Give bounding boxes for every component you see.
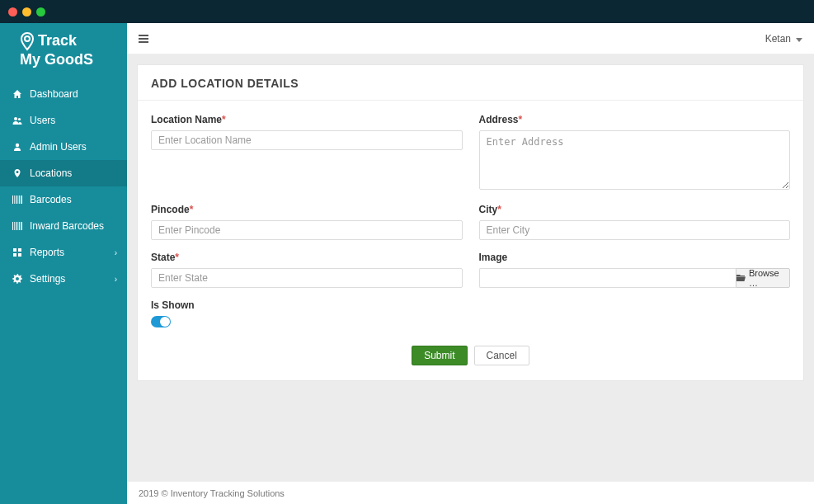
toggle-knob bbox=[160, 317, 170, 327]
label-is-shown: Is Shown bbox=[151, 299, 463, 311]
chevron-right-icon: › bbox=[115, 275, 117, 284]
svg-rect-20 bbox=[18, 253, 21, 257]
cancel-button[interactable]: Cancel bbox=[474, 346, 529, 365]
chevron-right-icon: › bbox=[115, 248, 117, 257]
sidebar-item-barcodes[interactable]: Barcodes bbox=[0, 186, 127, 213]
pincode-input[interactable] bbox=[151, 220, 463, 240]
state-input[interactable] bbox=[151, 268, 463, 288]
user-icon bbox=[10, 142, 25, 152]
sidebar-nav: Dashboard Users Admin Users Locations Ba… bbox=[0, 81, 127, 292]
label-address: Address* bbox=[479, 114, 791, 125]
svg-rect-19 bbox=[13, 253, 16, 257]
username: Ketan bbox=[765, 33, 791, 45]
user-menu[interactable]: Ketan bbox=[765, 33, 802, 45]
label-location-name: Location Name* bbox=[151, 114, 463, 125]
svg-point-4 bbox=[16, 144, 19, 147]
users-icon bbox=[10, 115, 25, 125]
svg-point-2 bbox=[14, 117, 17, 120]
sidebar-item-label: Inward Barcodes bbox=[30, 220, 104, 232]
barcode-icon bbox=[10, 195, 25, 204]
submit-button[interactable]: Submit bbox=[412, 346, 467, 365]
svg-rect-9 bbox=[19, 195, 20, 204]
window-minimize-dot[interactable] bbox=[22, 7, 31, 16]
grid-icon bbox=[10, 247, 25, 257]
gear-icon bbox=[10, 274, 25, 284]
image-file-display bbox=[479, 268, 736, 288]
sidebar-item-label: Users bbox=[30, 115, 55, 126]
svg-rect-22 bbox=[139, 38, 148, 40]
svg-point-3 bbox=[18, 118, 21, 120]
svg-rect-21 bbox=[139, 35, 148, 36]
svg-rect-15 bbox=[19, 222, 20, 230]
footer-copyright: 2019 © Inventory Tracking Solutions bbox=[139, 488, 285, 498]
sidebar-item-label: Admin Users bbox=[30, 141, 87, 153]
svg-rect-5 bbox=[12, 195, 13, 204]
svg-rect-18 bbox=[18, 248, 21, 252]
sidebar-item-admin-users[interactable]: Admin Users bbox=[0, 134, 127, 160]
svg-rect-11 bbox=[12, 222, 13, 230]
svg-rect-6 bbox=[14, 195, 15, 204]
sidebar-item-locations[interactable]: Locations bbox=[0, 160, 127, 186]
sidebar-item-dashboard[interactable]: Dashboard bbox=[0, 81, 127, 107]
svg-rect-7 bbox=[16, 195, 16, 204]
home-icon bbox=[10, 89, 25, 99]
is-shown-toggle[interactable] bbox=[151, 316, 171, 327]
sidebar-item-label: Dashboard bbox=[30, 88, 78, 100]
form-card: ADD LOCATION DETAILS Location Name* Addr… bbox=[137, 64, 804, 381]
city-input[interactable] bbox=[479, 220, 791, 240]
sidebar-item-inward-barcodes[interactable]: Inward Barcodes bbox=[0, 213, 127, 239]
pin-icon bbox=[10, 168, 25, 178]
sidebar-item-users[interactable]: Users bbox=[0, 107, 127, 134]
svg-rect-16 bbox=[21, 222, 23, 230]
svg-rect-14 bbox=[18, 222, 19, 230]
topbar: Ketan bbox=[127, 23, 814, 54]
sidebar-item-label: Barcodes bbox=[30, 194, 72, 205]
folder-icon bbox=[736, 273, 746, 283]
svg-rect-10 bbox=[21, 195, 23, 204]
svg-rect-23 bbox=[139, 41, 148, 43]
sidebar-item-settings[interactable]: Settings › bbox=[0, 266, 127, 292]
label-pincode: Pincode* bbox=[151, 204, 463, 215]
svg-rect-13 bbox=[16, 222, 16, 230]
footer: 2019 © Inventory Tracking Solutions bbox=[127, 481, 814, 504]
sidebar-item-reports[interactable]: Reports › bbox=[0, 239, 127, 266]
card-title: ADD LOCATION DETAILS bbox=[138, 65, 803, 101]
barcode-icon bbox=[10, 222, 25, 230]
window-titlebar bbox=[0, 0, 814, 23]
svg-rect-17 bbox=[13, 248, 16, 252]
chevron-down-icon bbox=[796, 33, 802, 45]
svg-rect-8 bbox=[18, 195, 19, 204]
brand-logo: Track My GoodS bbox=[0, 23, 127, 81]
window-close-dot[interactable] bbox=[8, 7, 17, 16]
sidebar-item-label: Settings bbox=[30, 273, 65, 285]
svg-rect-12 bbox=[14, 222, 15, 230]
sidebar-item-label: Locations bbox=[30, 167, 72, 179]
location-name-input[interactable] bbox=[151, 130, 463, 150]
label-city: City* bbox=[479, 204, 791, 215]
browse-button[interactable]: Browse … bbox=[736, 268, 790, 288]
sidebar-item-label: Reports bbox=[30, 247, 64, 258]
svg-text:My GoodS: My GoodS bbox=[20, 51, 93, 68]
sidebar-toggle-icon[interactable] bbox=[139, 35, 148, 43]
svg-text:Track: Track bbox=[38, 32, 78, 49]
label-image: Image bbox=[479, 252, 791, 263]
address-input[interactable] bbox=[479, 130, 791, 190]
label-state: State* bbox=[151, 252, 463, 263]
sidebar: Track My GoodS Dashboard Users Admin Use… bbox=[0, 23, 127, 504]
window-maximize-dot[interactable] bbox=[36, 7, 45, 16]
